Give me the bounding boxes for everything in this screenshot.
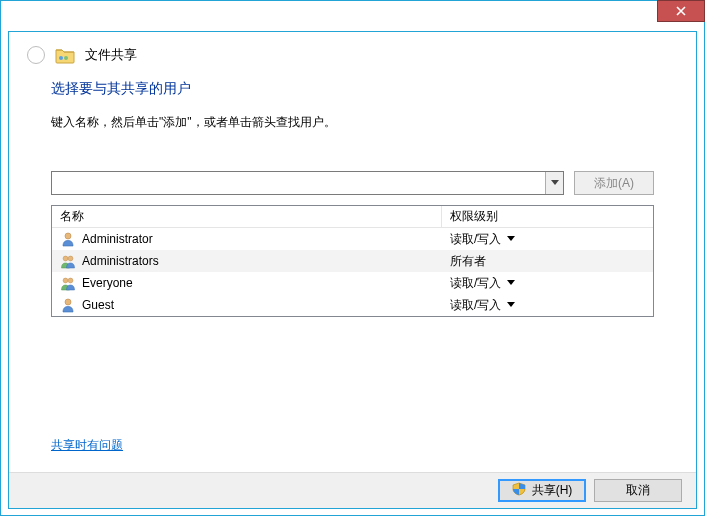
svg-point-6: [68, 278, 73, 283]
chevron-down-icon: [551, 180, 559, 186]
permission-cell[interactable]: 读取/写入: [442, 297, 653, 314]
row-name: Everyone: [82, 276, 133, 290]
list-row[interactable]: Guest读取/写入: [52, 294, 653, 316]
svg-point-4: [68, 256, 73, 261]
svg-point-0: [59, 56, 63, 60]
share-button[interactable]: 共享(H): [498, 479, 586, 502]
content-area: 文件共享 选择要与其共享的用户 键入名称，然后单击"添加"，或者单击箭头查找用户…: [8, 31, 697, 509]
caret-down-icon: [507, 236, 515, 242]
user-icon: [60, 231, 76, 247]
file-sharing-window: 文件共享 选择要与其共享的用户 键入名称，然后单击"添加"，或者单击箭头查找用户…: [0, 0, 705, 516]
page-heading: 选择要与其共享的用户: [51, 80, 654, 98]
svg-point-2: [65, 233, 71, 239]
button-footer: 共享(H) 取消: [9, 472, 696, 508]
svg-point-1: [64, 56, 68, 60]
column-header-name[interactable]: 名称: [52, 206, 442, 228]
permission-label: 所有者: [450, 253, 486, 270]
permission-label: 读取/写入: [450, 297, 501, 314]
svg-point-7: [65, 299, 71, 305]
permission-cell: 所有者: [442, 253, 653, 270]
permission-cell[interactable]: 读取/写入: [442, 275, 653, 292]
column-header-permission[interactable]: 权限级别: [442, 206, 653, 228]
caret-down-icon: [507, 302, 515, 308]
list-row[interactable]: Administrators所有者: [52, 250, 653, 272]
svg-point-5: [63, 278, 68, 283]
svg-point-3: [63, 256, 68, 261]
close-button[interactable]: [657, 0, 705, 22]
add-button[interactable]: 添加(A): [574, 171, 654, 195]
combobox-dropdown-button[interactable]: [545, 172, 563, 194]
close-icon: [676, 6, 686, 16]
user-combobox[interactable]: [51, 171, 564, 195]
title-bar: [1, 1, 704, 31]
permission-label: 读取/写入: [450, 275, 501, 292]
wizard-header: 文件共享: [9, 32, 696, 74]
list-row[interactable]: Everyone读取/写入: [52, 272, 653, 294]
user-input[interactable]: [52, 172, 545, 194]
list-header: 名称 权限级别: [52, 206, 653, 228]
caret-down-icon: [507, 280, 515, 286]
group-icon: [60, 275, 76, 291]
user-list: 名称 权限级别 Administrator读取/写入Administrators…: [51, 205, 654, 317]
folder-share-icon: [55, 46, 75, 64]
help-link[interactable]: 共享时有问题: [51, 438, 123, 452]
row-name: Guest: [82, 298, 114, 312]
list-row[interactable]: Administrator读取/写入: [52, 228, 653, 250]
cancel-button[interactable]: 取消: [594, 479, 682, 502]
shield-icon: [512, 482, 526, 499]
permission-cell[interactable]: 读取/写入: [442, 231, 653, 248]
row-name: Administrator: [82, 232, 153, 246]
permission-label: 读取/写入: [450, 231, 501, 248]
instruction-text: 键入名称，然后单击"添加"，或者单击箭头查找用户。: [51, 114, 654, 131]
help-link-container: 共享时有问题: [51, 437, 654, 454]
wizard-body: 选择要与其共享的用户 键入名称，然后单击"添加"，或者单击箭头查找用户。 添加(…: [9, 74, 696, 472]
window-title: 文件共享: [85, 46, 137, 64]
user-input-row: 添加(A): [51, 171, 654, 195]
back-button-disabled: [27, 46, 45, 64]
user-icon: [60, 297, 76, 313]
row-name: Administrators: [82, 254, 159, 268]
group-icon: [60, 253, 76, 269]
share-button-label: 共享(H): [532, 482, 573, 499]
